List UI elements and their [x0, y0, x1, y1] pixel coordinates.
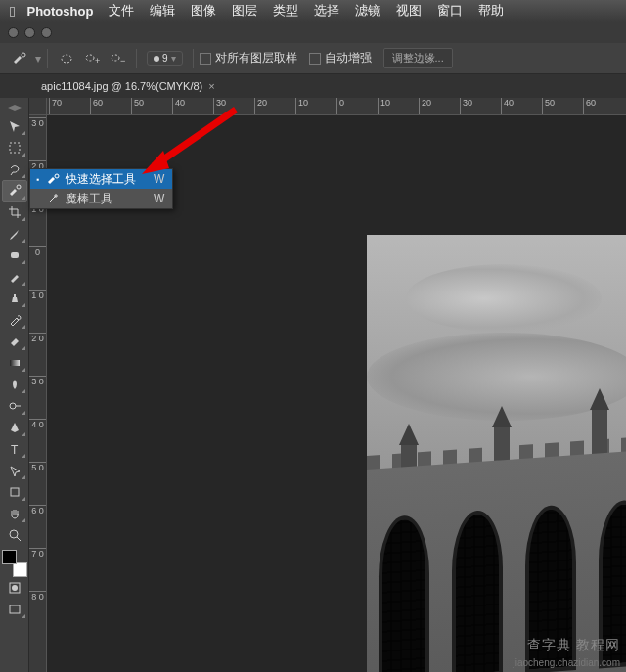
marquee-tool[interactable] [2, 137, 27, 158]
document-tab[interactable]: apic11084.jpg @ 16.7%(CMYK/8) × [33, 80, 223, 92]
dropdown-icon: ▾ [171, 53, 176, 64]
zoom-tool[interactable] [2, 524, 27, 546]
flyout-item-shortcut: W [154, 192, 164, 205]
menu-help[interactable]: 帮助 [478, 2, 504, 20]
toolbox-grip-icon[interactable] [2, 102, 27, 113]
menu-layer[interactable]: 图层 [232, 2, 257, 20]
screen-mode-toggle[interactable] [2, 599, 27, 620]
svg-rect-6 [10, 143, 20, 153]
dropdown-icon[interactable]: ▾ [35, 52, 41, 66]
svg-rect-8 [11, 252, 19, 258]
quick-selection-tool[interactable] [2, 180, 27, 202]
brush-size-picker[interactable]: 9 ▾ [147, 51, 183, 66]
menu-view[interactable]: 视图 [396, 2, 422, 20]
ruler-tick: 0 [29, 246, 46, 257]
crop-tool[interactable] [2, 202, 27, 223]
separator [193, 49, 194, 68]
path-selection-tool[interactable] [2, 460, 27, 481]
ruler-tick: 3 0 [29, 376, 46, 386]
svg-point-0 [22, 53, 25, 57]
horizontal-ruler[interactable]: 70 60 50 40 30 20 10 0 10 20 30 40 50 60 [47, 98, 626, 115]
gradient-tool[interactable] [2, 352, 27, 374]
ruler-tick: 3 0 [29, 117, 46, 128]
ruler-corner [29, 98, 47, 115]
clone-stamp-tool[interactable] [2, 288, 27, 309]
menu-edit[interactable]: 编辑 [150, 2, 175, 20]
menu-type[interactable]: 类型 [273, 2, 298, 20]
app-name: Photoshop [26, 4, 93, 19]
svg-point-10 [10, 403, 16, 409]
healing-brush-tool[interactable] [2, 245, 27, 266]
new-selection-icon[interactable] [54, 48, 79, 69]
eyedropper-tool[interactable] [2, 223, 27, 245]
hand-tool[interactable] [2, 503, 27, 524]
move-tool[interactable] [2, 115, 27, 137]
document-tab-title: apic11084.jpg @ 16.7%(CMYK/8) [41, 80, 202, 92]
close-window-button[interactable] [8, 27, 19, 38]
separator [136, 49, 137, 68]
zoom-window-button[interactable] [41, 27, 52, 38]
toolbox: T [0, 98, 29, 672]
svg-text:T: T [11, 443, 19, 456]
menu-image[interactable]: 图像 [191, 2, 216, 20]
history-brush-tool[interactable] [2, 309, 27, 331]
svg-line-18 [154, 110, 236, 166]
quick-mask-toggle[interactable] [2, 577, 27, 599]
foreground-color-swatch[interactable] [2, 550, 17, 564]
watermark-text: 查字典 教程网 [527, 637, 620, 654]
subtract-selection-icon[interactable]: − [105, 48, 130, 69]
ruler-tick: 5 0 [29, 462, 46, 472]
color-swatches[interactable] [2, 550, 27, 577]
svg-point-13 [10, 530, 18, 538]
ruler-tick: 60 [90, 98, 103, 114]
type-tool[interactable]: T [2, 438, 27, 460]
svg-point-7 [17, 185, 21, 189]
svg-text:−: − [120, 56, 125, 66]
ruler-tick: 60 [583, 98, 596, 114]
refine-edge-button[interactable]: 调整边缘... [383, 48, 453, 68]
options-bar: ▾ + − 9 ▾ 对所有图层取样 自动增强 调整边缘... [0, 43, 626, 74]
menu-window[interactable]: 窗口 [437, 2, 463, 20]
annotation-arrow-icon [140, 102, 247, 180]
document-image [367, 235, 626, 672]
background-color-swatch[interactable] [13, 562, 27, 577]
ruler-tick: 70 [49, 98, 62, 114]
auto-enhance-label: 自动增强 [325, 50, 372, 67]
watermark-url: jiaocheng.chazidian.com [513, 657, 620, 668]
flyout-item-magic-wand[interactable]: 魔棒工具 W [30, 189, 172, 208]
svg-point-17 [55, 174, 59, 178]
ruler-tick: 4 0 [29, 419, 46, 429]
svg-rect-9 [10, 360, 20, 366]
minimize-window-button[interactable] [24, 27, 35, 38]
brush-tool[interactable] [2, 266, 27, 288]
mac-menubar:  Photoshop 文件 编辑 图像 图层 类型 选择 滤镜 视图 窗口 帮… [0, 0, 626, 22]
auto-enhance-checkbox[interactable]: 自动增强 [309, 50, 372, 67]
menu-filter[interactable]: 滤镜 [355, 2, 380, 20]
rectangle-tool[interactable] [2, 481, 27, 503]
lasso-tool[interactable] [2, 158, 27, 180]
add-selection-icon[interactable]: + [79, 48, 105, 69]
dodge-tool[interactable] [2, 395, 27, 417]
sample-all-layers-checkbox[interactable]: 对所有图层取样 [200, 50, 297, 67]
close-tab-icon[interactable]: × [208, 80, 214, 92]
menu-file[interactable]: 文件 [109, 2, 134, 20]
checkbox-icon [309, 53, 321, 65]
ruler-tick: 8 0 [29, 591, 46, 602]
ruler-tick: 20 [254, 98, 267, 114]
svg-rect-16 [10, 605, 20, 613]
pen-tool[interactable] [2, 417, 27, 438]
brush-dot-icon [154, 56, 159, 62]
svg-point-4 [112, 55, 119, 61]
ruler-tick: 30 [460, 98, 472, 114]
svg-text:+: + [95, 56, 100, 66]
svg-point-1 [62, 55, 71, 63]
ruler-tick: 6 0 [29, 505, 46, 515]
window-chrome [0, 22, 626, 43]
sample-all-layers-label: 对所有图层取样 [215, 50, 297, 67]
blur-tool[interactable] [2, 374, 27, 395]
current-tool-icon[interactable] [8, 48, 33, 69]
eraser-tool[interactable] [2, 331, 27, 352]
ruler-tick: 1 0 [29, 290, 46, 300]
separator [47, 49, 48, 68]
menu-select[interactable]: 选择 [314, 2, 339, 20]
